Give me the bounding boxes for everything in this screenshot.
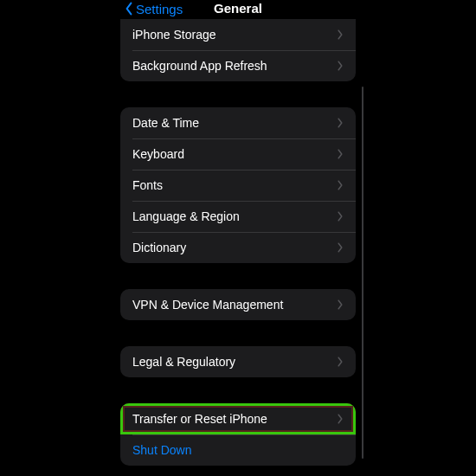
row-label: Keyboard (132, 147, 184, 161)
row-label: VPN & Device Management (132, 298, 283, 312)
row-label: Language & Region (132, 209, 240, 223)
chevron-right-icon (337, 211, 344, 222)
row-label: Transfer or Reset iPhone (132, 412, 267, 426)
settings-row[interactable]: Background App Refresh (120, 50, 356, 81)
chevron-right-icon (337, 180, 344, 190)
chevron-right-icon (337, 299, 344, 310)
settings-group: Legal & Regulatory (120, 346, 356, 377)
settings-group: Date & TimeKeyboardFontsLanguage & Regio… (120, 107, 356, 263)
back-button[interactable]: Settings (124, 2, 183, 16)
chevron-right-icon (337, 29, 344, 40)
chevron-left-icon (124, 2, 134, 16)
settings-row[interactable]: Shut Down (120, 434, 356, 466)
back-label: Settings (136, 2, 183, 16)
settings-row[interactable]: Transfer or Reset iPhone (120, 403, 356, 434)
row-label: Shut Down (132, 443, 191, 457)
settings-group: VPN & Device Management (120, 289, 356, 320)
row-label: iPhone Storage (132, 28, 216, 42)
settings-row[interactable]: Date & Time (120, 107, 356, 138)
row-label: Date & Time (132, 116, 199, 130)
settings-row[interactable]: Language & Region (120, 201, 356, 232)
chevron-right-icon (337, 149, 344, 159)
settings-row[interactable]: Dictionary (120, 232, 356, 263)
navbar: Settings General (117, 0, 359, 17)
chevron-right-icon (337, 61, 344, 71)
settings-row[interactable]: Keyboard (120, 138, 356, 170)
settings-row[interactable]: Legal & Regulatory (120, 346, 356, 377)
chevron-right-icon (337, 357, 344, 367)
phone-frame: Settings General iPhone StorageBackgroun… (117, 0, 359, 476)
chevron-right-icon (337, 118, 344, 128)
scroll-indicator (362, 87, 363, 459)
settings-row[interactable]: VPN & Device Management (120, 289, 356, 320)
chevron-right-icon (337, 242, 344, 253)
settings-group: iPhone StorageBackground App Refresh (120, 19, 356, 81)
row-label: Background App Refresh (132, 59, 267, 73)
settings-row[interactable]: Fonts (120, 170, 356, 201)
row-label: Dictionary (132, 241, 186, 254)
page-title: General (214, 0, 262, 17)
settings-list: iPhone StorageBackground App RefreshDate… (117, 19, 359, 466)
chevron-right-icon (337, 414, 344, 424)
settings-group: Transfer or Reset iPhoneShut Down (120, 403, 356, 466)
row-label: Fonts (132, 178, 163, 192)
row-label: Legal & Regulatory (132, 355, 235, 369)
settings-row[interactable]: iPhone Storage (120, 19, 356, 50)
